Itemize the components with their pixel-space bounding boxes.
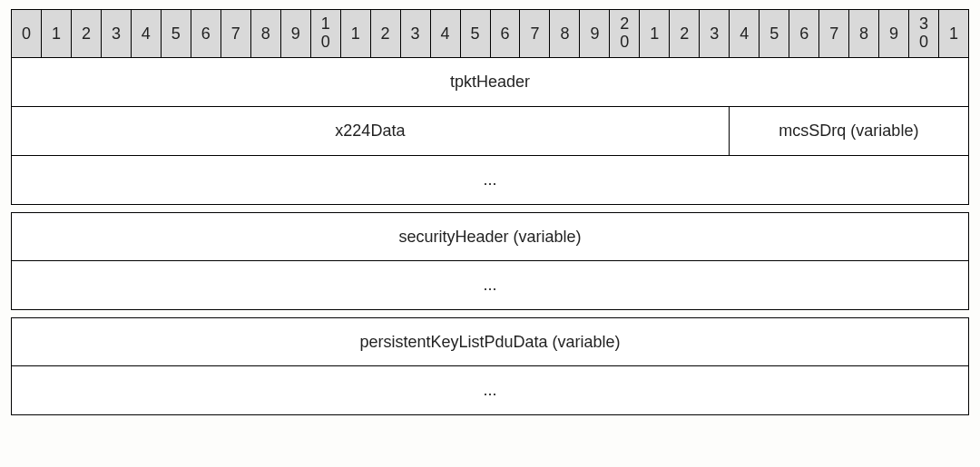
bit-6: 6 (191, 9, 220, 58)
bit-17: 7 (519, 9, 549, 58)
bit-16: 6 (490, 9, 520, 58)
field-row: tpktHeader (11, 58, 969, 107)
bit-18: 8 (549, 9, 579, 58)
field-row: ... (11, 366, 969, 415)
bit-2: 2 (71, 9, 101, 58)
field-row: persistentKeyListPduData (variable) (11, 317, 969, 366)
field-cell-left: x224Data (11, 107, 729, 156)
field-cell: ... (11, 156, 969, 205)
field-cell: securityHeader (variable) (11, 212, 969, 261)
bit-3: 3 (101, 9, 131, 58)
bit-29: 9 (878, 9, 908, 58)
row-gap (11, 205, 969, 212)
bit-21: 1 (639, 9, 669, 58)
bit-11: 1 (340, 9, 370, 58)
bit-23: 3 (699, 9, 729, 58)
bit-19: 9 (579, 9, 609, 58)
bit-20: 20 (609, 9, 639, 58)
field-row: securityHeader (variable) (11, 212, 969, 261)
bit-8: 8 (250, 9, 280, 58)
field-row: ... (11, 261, 969, 310)
bit-12: 2 (370, 9, 400, 58)
bit-13: 3 (400, 9, 430, 58)
field-rows: tpktHeaderx224DatamcsSDrq (variable)...s… (11, 58, 969, 415)
bit-25: 5 (759, 9, 789, 58)
field-cell: persistentKeyListPduData (variable) (11, 317, 969, 366)
field-row: ... (11, 156, 969, 205)
bit-9: 9 (280, 9, 310, 58)
field-cell-right: mcsSDrq (variable) (729, 107, 969, 156)
field-cell: tpktHeader (11, 58, 969, 107)
field-cell: ... (11, 366, 969, 415)
bit-1: 1 (41, 9, 71, 58)
bit-14: 4 (430, 9, 460, 58)
bit-0: 0 (11, 9, 41, 58)
field-row: x224DatamcsSDrq (variable) (11, 107, 969, 156)
bit-10: 10 (310, 9, 340, 58)
bit-30: 30 (908, 9, 938, 58)
bit-28: 8 (848, 9, 878, 58)
bit-31: 1 (938, 9, 969, 58)
bit-27: 7 (818, 9, 848, 58)
bit-7: 7 (220, 9, 250, 58)
bit-26: 6 (789, 9, 818, 58)
field-cell: ... (11, 261, 969, 310)
bit-24: 4 (729, 9, 759, 58)
row-gap (11, 310, 969, 317)
bit-4: 4 (131, 9, 161, 58)
bit-15: 5 (460, 9, 490, 58)
bit-22: 2 (669, 9, 699, 58)
bit-5: 5 (161, 9, 191, 58)
bit-ruler: 01234567891012345678920123456789301 (11, 9, 969, 58)
